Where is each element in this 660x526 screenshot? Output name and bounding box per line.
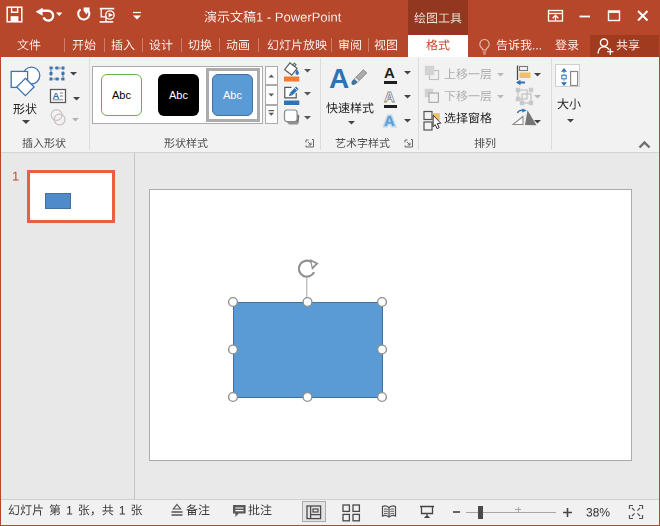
svg-text:A: A xyxy=(52,90,59,101)
svg-text:A: A xyxy=(384,112,395,129)
svg-text:A: A xyxy=(384,64,395,81)
svg-text:A: A xyxy=(384,88,395,105)
